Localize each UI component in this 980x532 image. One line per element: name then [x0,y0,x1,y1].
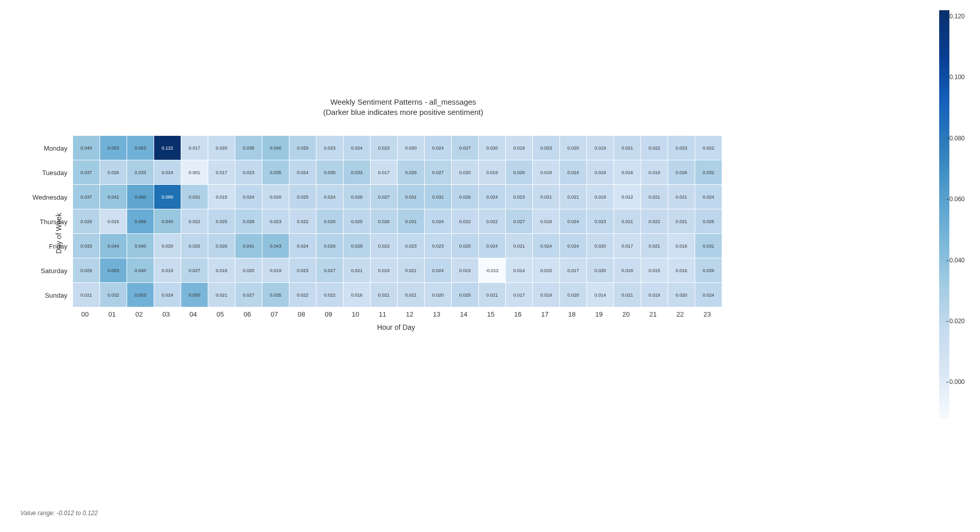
heatmap-cell: 0.015 [641,258,668,283]
y-tick-label: Sunday [45,291,67,299]
colorbar-tick-label: 0.040 [949,257,965,264]
heatmap-cell: 0.019 [587,160,614,185]
heatmap-cell: 0.023 [425,234,452,258]
heatmap-cell: 0.021 [668,185,695,209]
x-tick-label: 19 [585,310,612,318]
heatmap-cell: 0.024 [479,185,506,209]
colorbar-tick-label: 0.100 [949,74,965,81]
x-tick-label: 12 [396,310,423,318]
x-tick-label: 20 [612,310,640,318]
heatmap-cell: 0.037 [73,185,100,209]
heatmap-cell: 0.020 [479,136,506,160]
x-tick-label: 10 [342,310,369,318]
heatmap-cell: 0.022 [695,136,722,160]
y-tick-label: Tuesday [42,168,67,176]
heatmap-cell: 0.021 [560,185,587,209]
heatmap-cell: 0.017 [371,160,398,185]
heatmap-cell: 0.043 [262,234,289,258]
heatmap-cell: 0.021 [641,234,668,258]
heatmap-cell: 0.024 [695,185,722,209]
heatmap-cell: 0.026 [452,185,479,209]
heatmap-cell: 0.020 [587,234,614,258]
heatmap-cell: 0.027 [371,185,398,209]
heatmap-cell: 0.018 [371,258,398,283]
heatmap-cell: 0.021 [614,136,641,160]
chart-title-block: Weekly Sentiment Patterns - all_messages… [71,97,735,118]
heatmap-cell: 0.014 [506,258,533,283]
y-tick-label: Saturday [41,267,67,274]
heatmap-cell: 0.017 [614,234,641,258]
x-axis-label: Hour of Day [71,323,721,331]
heatmap-cell: 0.022 [289,283,316,307]
heatmap-cell: 0.021 [398,258,425,283]
heatmap-cell: 0.024 [695,283,722,307]
heatmap-cell: 0.029 [398,160,425,185]
heatmap-cell: 0.023 [533,136,560,160]
heatmap-cell: 0.012 [614,185,641,209]
heatmap-cell: 0.024 [344,136,371,160]
x-tick-label: 22 [667,310,694,318]
chart-title: Weekly Sentiment Patterns - all_messages [71,97,735,107]
heatmap-cell: 0.024 [289,160,316,185]
heatmap-cell: 0.027 [235,283,262,307]
heatmap-cell: 0.016 [668,258,695,283]
heatmap-cell: 0.027 [452,136,479,160]
heatmap-cell: 0.041 [100,185,127,209]
heatmap-cell: 0.033 [344,160,371,185]
heatmap-cell: 0.019 [452,258,479,283]
heatmap-cell: 0.026 [344,185,371,209]
heatmap-cell: 0.019 [641,160,668,185]
heatmap-cell: 0.021 [614,209,641,234]
y-tick-label: Friday [49,242,67,250]
heatmap-cell: 0.024 [316,185,344,209]
heatmap-cell: 0.022 [371,234,398,258]
heatmap-cell: 0.089 [154,185,181,209]
heatmap-cell: 0.018 [587,185,614,209]
heatmap-cell: 0.031 [398,185,425,209]
heatmap-cell: 0.029 [316,234,344,258]
heatmap-cell: 0.019 [533,283,560,307]
x-tick-label: 16 [504,310,531,318]
heatmap-cell: 0.027 [181,258,208,283]
x-tick-label: 14 [450,310,477,318]
heatmap-cell: 0.019 [262,258,289,283]
heatmap-cell: 0.019 [154,258,181,283]
heatmap-grid-wrap: Day of Week Monday0.0400.0530.0530.1220.… [71,135,721,331]
heatmap-cell: 0.023 [371,136,398,160]
heatmap-cell: 0.015 [208,185,235,209]
heatmap-cell: 0.017 [506,283,533,307]
heatmap-cell: 0.033 [73,234,100,258]
colorbar-tick-label: 0.020 [949,318,965,325]
heatmap-cell: 0.029 [316,209,344,234]
heatmap-cell: 0.021 [344,258,371,283]
heatmap-cell: 0.025 [181,234,208,258]
heatmap-cell: 0.040 [127,258,154,283]
heatmap-cell: 0.035 [235,136,262,160]
heatmap-cell: 0.032 [100,283,127,307]
heatmap-cell: 0.021 [479,283,506,307]
heatmap-cell: 0.001 [181,160,208,185]
heatmap-cell: 0.023 [316,136,344,160]
heatmap-cell: 0.023 [398,234,425,258]
heatmap-cell: 0.024 [289,234,316,258]
heatmap-cell: 0.040 [127,234,154,258]
colorbar-ticks: 0.0000.0200.0400.0600.0800.1000.120 [949,10,965,419]
heatmap-cell: 0.053 [127,283,154,307]
heatmap-cell: 0.024 [560,160,587,185]
y-tick-label: Thursday [40,217,67,225]
heatmap-cell: 0.037 [73,160,100,185]
x-tick-label: 13 [423,310,450,318]
heatmap-cell: 0.021 [668,209,695,234]
heatmap-cell: 0.021 [614,283,641,307]
x-tick-label: 04 [180,310,207,318]
heatmap-cell: 0.021 [208,283,235,307]
heatmap-cell: 0.023 [289,258,316,283]
heatmap-cell: 0.026 [506,160,533,185]
colorbar-tick-label: 0.000 [949,378,965,385]
heatmap-cell: 0.028 [235,209,262,234]
heatmap-cell: 0.026 [100,160,127,185]
colorbar [939,10,949,419]
heatmap-cell: 0.023 [506,185,533,209]
heatmap-cell: 0.041 [235,234,262,258]
x-tick-label: 03 [153,310,180,318]
